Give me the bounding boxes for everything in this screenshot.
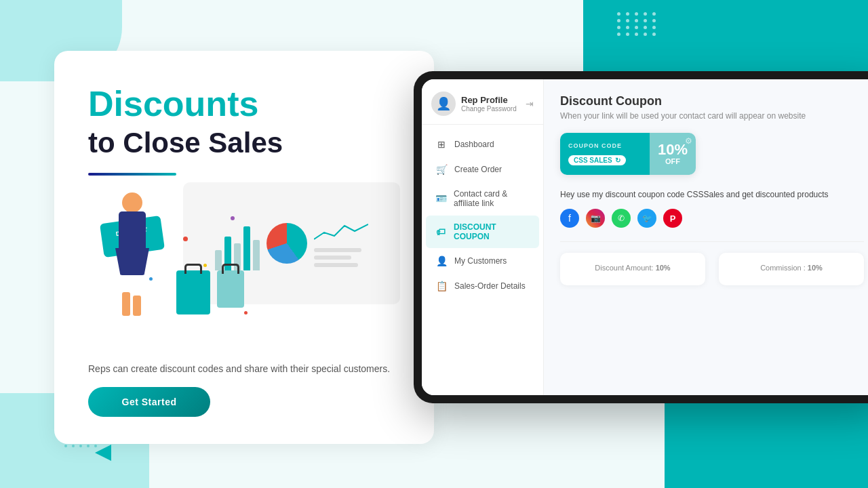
stats-row: Discount Amount: 10% Commission : 10% <box>560 253 864 285</box>
coupon-code-text: CSS SALES <box>574 157 612 164</box>
sidebar-label-sales-order: Sales-Order Details <box>454 281 526 291</box>
commission-label: Commission : 10% <box>732 264 850 272</box>
hero-description: Reps can create discount codes and share… <box>88 362 400 376</box>
dashboard-icon: ⊞ <box>435 139 448 150</box>
content-page-subtitle: When your link will be used your contact… <box>560 111 864 121</box>
sidebar-label-dashboard: Dashboard <box>454 140 494 149</box>
sidebar-item-dashboard[interactable]: ⊞ Dashboard <box>426 132 539 157</box>
nav-menu: ⊞ Dashboard 🛒 Create Order 🪪 Contact car… <box>422 125 543 395</box>
coupon-code-badge: CSS SALES ↻ <box>568 155 626 165</box>
discount-amount-box: Discount Amount: 10% <box>560 253 705 285</box>
content-page-title: Discount Coupon <box>560 94 864 108</box>
whatsapp-share-icon[interactable]: ✆ <box>612 209 631 228</box>
person-figure: DISCOUNT COUPON <box>115 192 170 314</box>
coupon-discount-pct: 10% <box>658 142 688 157</box>
page-title-discounts: Discounts <box>88 85 400 123</box>
profile-name: Rep Profile <box>461 95 520 105</box>
sidebar-label-create-order: Create Order <box>454 165 502 174</box>
person-head <box>122 192 142 213</box>
change-password-link[interactable]: Change Password <box>461 105 520 113</box>
commission-value: 10% <box>808 264 823 272</box>
coupon-off-label: OFF <box>665 157 680 165</box>
horizontal-divider <box>560 241 864 242</box>
person-skirt <box>115 248 149 275</box>
create-order-icon: 🛒 <box>435 164 448 175</box>
sidebar: 👤 Rep Profile Change Password ⇥ ⊞ Dashbo… <box>422 79 544 395</box>
title-divider <box>88 173 176 176</box>
sidebar-item-discount-coupon[interactable]: 🏷 DISCOUNT COUPON <box>426 216 539 248</box>
sidebar-label-contact-card: Contact card & affiliate link <box>454 189 530 208</box>
sidebar-label-my-customers: My Customers <box>454 256 507 266</box>
person-leg2 <box>133 296 141 316</box>
device-mockup: 👤 Rep Profile Change Password ⇥ ⊞ Dashbo… <box>414 71 868 403</box>
person-leg1 <box>122 292 130 316</box>
coupon-refresh-icon[interactable]: ↻ <box>615 157 620 164</box>
instagram-share-icon[interactable]: 📷 <box>586 209 605 228</box>
pinterest-share-icon[interactable]: P <box>663 209 682 228</box>
avatar: 👤 <box>431 92 456 116</box>
coupon-label: COUPON CODE <box>568 142 642 149</box>
illustration-area: DISCOUNT COUPON <box>88 182 400 355</box>
discount-amount-label: Discount Amount: 10% <box>574 264 692 272</box>
mini-charts <box>314 219 368 267</box>
left-card: Discounts to Close Sales <box>54 51 434 444</box>
page-title-close-sales: to Close Sales <box>88 126 400 160</box>
logout-icon[interactable]: ⇥ <box>526 98 534 109</box>
line-chart <box>314 219 368 243</box>
device-screen: 👤 Rep Profile Change Password ⇥ ⊞ Dashbo… <box>422 79 868 395</box>
facebook-share-icon[interactable]: f <box>560 209 579 228</box>
sidebar-label-discount-coupon: DISCOUNT COUPON <box>454 222 530 241</box>
twitter-share-icon[interactable]: 🐦 <box>637 209 656 228</box>
shopping-bags <box>176 270 244 314</box>
coupon-card: COUPON CODE CSS SALES ↻ 10% OFF <box>560 133 696 175</box>
coupon-right-section: 10% OFF <box>650 133 696 175</box>
profile-section: 👤 Rep Profile Change Password ⇥ <box>422 79 543 125</box>
contact-card-icon: 🪪 <box>435 193 447 204</box>
sidebar-item-my-customers[interactable]: 👤 My Customers <box>426 249 539 273</box>
cta-button[interactable]: Get Started <box>88 387 210 417</box>
my-customers-icon: 👤 <box>435 256 448 266</box>
share-text: Hey use my discount coupon code CSSSales… <box>560 188 831 201</box>
discount-amount-value: 10% <box>656 264 671 272</box>
sidebar-item-create-order[interactable]: 🛒 Create Order <box>426 157 539 182</box>
social-icons-row: f 📷 ✆ 🐦 P <box>560 209 864 228</box>
dot-grid-top <box>617 12 658 36</box>
coupon-left-section: COUPON CODE CSS SALES ↻ <box>560 133 650 175</box>
sales-order-icon: 📋 <box>435 281 448 291</box>
commission-box: Commission : 10% <box>719 253 864 285</box>
shopping-bag-2 <box>217 270 244 308</box>
pie-chart <box>267 223 307 264</box>
main-content: Discount Coupon When your link will be u… <box>544 79 868 395</box>
sidebar-item-contact-card[interactable]: 🪪 Contact card & affiliate link <box>426 182 539 215</box>
shopping-bag-1 <box>176 270 210 314</box>
sidebar-item-sales-order[interactable]: 📋 Sales-Order Details <box>426 274 539 298</box>
discount-coupon-icon: 🏷 <box>435 226 447 237</box>
person-body <box>119 211 146 252</box>
profile-info: Rep Profile Change Password <box>461 95 520 113</box>
person-figure-area: DISCOUNT COUPON <box>115 192 244 314</box>
